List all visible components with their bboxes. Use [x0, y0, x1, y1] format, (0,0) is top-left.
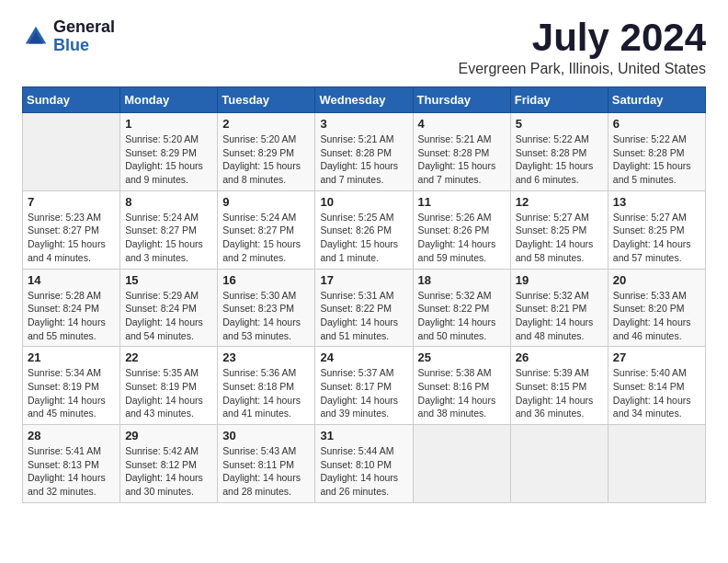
calendar-cell	[510, 425, 608, 503]
calendar-body: 1Sunrise: 5:20 AM Sunset: 8:29 PM Daylig…	[23, 113, 706, 503]
day-number: 12	[516, 195, 603, 209]
calendar-cell: 1Sunrise: 5:20 AM Sunset: 8:29 PM Daylig…	[120, 113, 218, 191]
day-info: Sunrise: 5:22 AM Sunset: 8:28 PM Dayligh…	[516, 132, 603, 187]
day-info: Sunrise: 5:44 AM Sunset: 8:10 PM Dayligh…	[320, 444, 407, 499]
day-number: 16	[222, 273, 310, 287]
header-day: Saturday	[608, 87, 705, 113]
logo-blue: Blue	[53, 37, 115, 55]
day-info: Sunrise: 5:34 AM Sunset: 8:19 PM Dayligh…	[28, 366, 115, 420]
calendar-cell: 19Sunrise: 5:32 AM Sunset: 8:21 PM Dayli…	[510, 269, 608, 347]
day-info: Sunrise: 5:27 AM Sunset: 8:25 PM Dayligh…	[613, 211, 700, 265]
day-number: 17	[320, 273, 407, 287]
day-info: Sunrise: 5:23 AM Sunset: 8:27 PM Dayligh…	[28, 211, 115, 265]
day-info: Sunrise: 5:37 AM Sunset: 8:17 PM Dayligh…	[320, 366, 407, 420]
logo-icon	[22, 23, 50, 51]
calendar-cell: 7Sunrise: 5:23 AM Sunset: 8:27 PM Daylig…	[23, 190, 120, 269]
day-number: 19	[516, 273, 603, 287]
calendar-cell: 6Sunrise: 5:22 AM Sunset: 8:28 PM Daylig…	[608, 113, 705, 191]
day-info: Sunrise: 5:40 AM Sunset: 8:14 PM Dayligh…	[613, 366, 700, 420]
day-info: Sunrise: 5:30 AM Sunset: 8:23 PM Dayligh…	[222, 289, 310, 343]
day-number: 14	[28, 273, 115, 287]
day-info: Sunrise: 5:31 AM Sunset: 8:22 PM Dayligh…	[320, 289, 407, 343]
day-number: 15	[125, 273, 212, 287]
day-number: 11	[418, 195, 506, 209]
calendar-cell: 12Sunrise: 5:27 AM Sunset: 8:25 PM Dayli…	[510, 190, 608, 269]
calendar-cell: 23Sunrise: 5:36 AM Sunset: 8:18 PM Dayli…	[218, 347, 315, 425]
day-info: Sunrise: 5:36 AM Sunset: 8:18 PM Dayligh…	[222, 366, 310, 420]
day-number: 4	[418, 117, 506, 131]
calendar-cell: 30Sunrise: 5:43 AM Sunset: 8:11 PM Dayli…	[218, 425, 315, 503]
day-info: Sunrise: 5:32 AM Sunset: 8:22 PM Dayligh…	[418, 289, 506, 343]
calendar-cell: 29Sunrise: 5:42 AM Sunset: 8:12 PM Dayli…	[120, 425, 218, 503]
logo-general: General	[53, 18, 115, 37]
day-number: 28	[28, 429, 115, 442]
day-number: 7	[28, 195, 115, 209]
calendar-cell: 5Sunrise: 5:22 AM Sunset: 8:28 PM Daylig…	[510, 113, 608, 191]
calendar-cell: 18Sunrise: 5:32 AM Sunset: 8:22 PM Dayli…	[413, 269, 510, 347]
calendar-week-row: 21Sunrise: 5:34 AM Sunset: 8:19 PM Dayli…	[23, 347, 706, 425]
day-number: 18	[418, 273, 506, 287]
day-number: 1	[125, 117, 212, 131]
day-number: 25	[418, 350, 506, 364]
day-info: Sunrise: 5:28 AM Sunset: 8:24 PM Dayligh…	[28, 289, 115, 343]
day-number: 22	[125, 350, 212, 364]
day-info: Sunrise: 5:29 AM Sunset: 8:24 PM Dayligh…	[125, 289, 212, 343]
logo: General Blue	[22, 18, 115, 55]
day-number: 13	[613, 195, 700, 209]
day-info: Sunrise: 5:26 AM Sunset: 8:26 PM Dayligh…	[418, 211, 506, 265]
logo-text: General Blue	[53, 18, 115, 55]
header-day: Thursday	[413, 87, 510, 113]
calendar-week-row: 14Sunrise: 5:28 AM Sunset: 8:24 PM Dayli…	[23, 269, 706, 347]
day-number: 29	[125, 429, 212, 442]
calendar-cell: 21Sunrise: 5:34 AM Sunset: 8:19 PM Dayli…	[23, 347, 120, 425]
day-info: Sunrise: 5:21 AM Sunset: 8:28 PM Dayligh…	[418, 132, 506, 187]
calendar-cell	[608, 425, 705, 503]
day-number: 21	[28, 350, 115, 364]
calendar-cell: 17Sunrise: 5:31 AM Sunset: 8:22 PM Dayli…	[315, 269, 413, 347]
calendar-cell: 28Sunrise: 5:41 AM Sunset: 8:13 PM Dayli…	[23, 425, 120, 503]
calendar-table: SundayMondayTuesdayWednesdayThursdayFrid…	[22, 86, 706, 503]
day-info: Sunrise: 5:33 AM Sunset: 8:20 PM Dayligh…	[613, 289, 700, 343]
day-number: 24	[320, 350, 407, 364]
calendar-week-row: 28Sunrise: 5:41 AM Sunset: 8:13 PM Dayli…	[23, 425, 706, 503]
calendar-week-row: 1Sunrise: 5:20 AM Sunset: 8:29 PM Daylig…	[23, 113, 706, 191]
day-info: Sunrise: 5:22 AM Sunset: 8:28 PM Dayligh…	[613, 132, 700, 187]
calendar-cell: 25Sunrise: 5:38 AM Sunset: 8:16 PM Dayli…	[413, 347, 510, 425]
calendar-week-row: 7Sunrise: 5:23 AM Sunset: 8:27 PM Daylig…	[23, 190, 706, 269]
calendar-header: SundayMondayTuesdayWednesdayThursdayFrid…	[23, 87, 706, 113]
day-info: Sunrise: 5:39 AM Sunset: 8:15 PM Dayligh…	[516, 366, 603, 420]
day-number: 26	[516, 350, 603, 364]
day-number: 30	[222, 429, 310, 442]
calendar-cell: 24Sunrise: 5:37 AM Sunset: 8:17 PM Dayli…	[315, 347, 413, 425]
day-number: 27	[613, 350, 700, 364]
day-number: 20	[613, 273, 700, 287]
day-info: Sunrise: 5:38 AM Sunset: 8:16 PM Dayligh…	[418, 366, 506, 420]
calendar-cell: 22Sunrise: 5:35 AM Sunset: 8:19 PM Dayli…	[120, 347, 218, 425]
calendar-cell: 10Sunrise: 5:25 AM Sunset: 8:26 PM Dayli…	[315, 190, 413, 269]
calendar-cell	[413, 425, 510, 503]
calendar-cell: 27Sunrise: 5:40 AM Sunset: 8:14 PM Dayli…	[608, 347, 705, 425]
calendar-cell: 11Sunrise: 5:26 AM Sunset: 8:26 PM Dayli…	[413, 190, 510, 269]
day-info: Sunrise: 5:20 AM Sunset: 8:29 PM Dayligh…	[222, 132, 310, 187]
day-number: 10	[320, 195, 407, 209]
day-info: Sunrise: 5:42 AM Sunset: 8:12 PM Dayligh…	[125, 444, 212, 499]
day-info: Sunrise: 5:20 AM Sunset: 8:29 PM Dayligh…	[125, 132, 212, 187]
calendar-cell	[23, 113, 120, 191]
day-info: Sunrise: 5:21 AM Sunset: 8:28 PM Dayligh…	[320, 132, 407, 187]
day-number: 6	[613, 117, 700, 131]
day-number: 31	[320, 429, 407, 442]
day-number: 2	[222, 117, 310, 131]
header-day: Tuesday	[218, 87, 315, 113]
page-header: General Blue July 2024 Evergreen Park, I…	[22, 18, 706, 77]
header-day: Wednesday	[315, 87, 413, 113]
calendar-title: July 2024	[459, 18, 706, 57]
day-info: Sunrise: 5:24 AM Sunset: 8:27 PM Dayligh…	[222, 211, 310, 265]
calendar-cell: 3Sunrise: 5:21 AM Sunset: 8:28 PM Daylig…	[315, 113, 413, 191]
header-row: SundayMondayTuesdayWednesdayThursdayFrid…	[23, 87, 706, 113]
title-block: July 2024 Evergreen Park, Illinois, Unit…	[459, 18, 706, 77]
day-info: Sunrise: 5:24 AM Sunset: 8:27 PM Dayligh…	[125, 211, 212, 265]
header-day: Friday	[510, 87, 608, 113]
header-day: Sunday	[23, 87, 120, 113]
calendar-cell: 26Sunrise: 5:39 AM Sunset: 8:15 PM Dayli…	[510, 347, 608, 425]
day-number: 23	[222, 350, 310, 364]
